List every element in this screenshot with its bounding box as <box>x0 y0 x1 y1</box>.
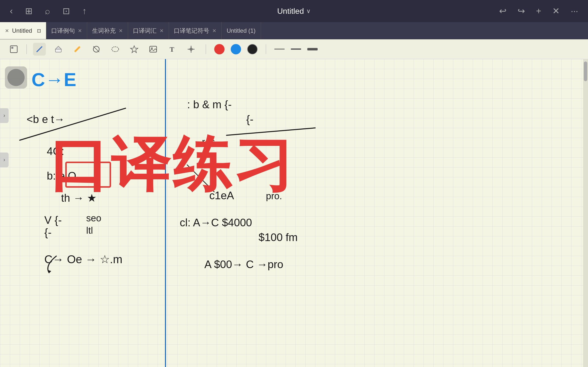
svg-point-13 <box>151 47 153 49</box>
tab-label: Untitled <box>12 27 32 34</box>
separator-3 <box>266 44 266 54</box>
tab-interpretation-vocab[interactable]: 口译词汇 ✕ <box>128 22 169 39</box>
svg-rect-4 <box>55 49 61 52</box>
color-black[interactable] <box>247 44 258 54</box>
line-thickness-thick[interactable] <box>307 48 318 50</box>
tab-label: 口译词汇 <box>133 27 157 35</box>
tab-label: 口译例句 <box>51 27 75 35</box>
svg-text:$100 fm: $100 fm <box>259 231 298 243</box>
tab-notes-symbols[interactable]: 口译笔记符号 ✕ <box>169 22 222 39</box>
svg-text:ltl: ltl <box>86 225 93 236</box>
canvas-area[interactable]: › › 口译练习 C→E <b e t→ 4G: b: e O th → ★ V… <box>0 59 588 367</box>
tab-oral-example[interactable]: 口译例句 ✕ <box>46 22 87 39</box>
tab-vocab[interactable]: 生词补充 ✕ <box>87 22 128 39</box>
tab-label: Untitled (1) <box>227 27 255 34</box>
share-button[interactable]: ↑ <box>82 6 87 16</box>
line-thickness-thin[interactable] <box>274 49 285 49</box>
svg-text:C→E: C→E <box>32 69 76 90</box>
svg-point-10 <box>112 47 119 52</box>
tab-label: 口译笔记符号 <box>174 27 209 35</box>
tab-label: 生词补充 <box>92 27 116 35</box>
star-tool[interactable] <box>128 43 141 56</box>
svg-text:C→    Oe → ☆.m: C→ Oe → ☆.m <box>44 253 122 266</box>
svg-text:<b  e  t→: <b e t→ <box>27 113 65 125</box>
svg-line-2 <box>37 47 42 52</box>
svg-rect-1 <box>11 47 13 49</box>
avatar <box>7 69 25 86</box>
title-chevron: ∨ <box>306 8 311 15</box>
drawing-toolbar: T <box>0 39 588 59</box>
back-button[interactable]: ‹ <box>10 6 13 16</box>
nav-right-group: ↩ ↪ + ✕ ··· <box>499 6 578 16</box>
undo-button[interactable]: ↩ <box>499 6 506 16</box>
nav-left-group: ‹ ⊞ ⌕ ⊡ ↑ <box>10 6 87 16</box>
left-sidebar: › › <box>0 59 25 367</box>
add-page-button[interactable]: + <box>536 6 541 16</box>
laser-tool[interactable] <box>185 43 197 56</box>
search-button[interactable]: ⌕ <box>45 6 50 16</box>
image-tool[interactable] <box>147 43 160 56</box>
tab-close-icon[interactable]: ✕ <box>119 28 123 34</box>
selection-tool[interactable] <box>7 43 20 56</box>
main-title: 口译练习 <box>49 125 295 205</box>
tab-untitled-1[interactable]: Untitled (1) <box>222 22 261 39</box>
pen-tool[interactable] <box>33 43 46 56</box>
svg-marker-11 <box>131 46 138 53</box>
sidebar-panel <box>5 66 27 89</box>
bookmark-button[interactable]: ⊡ <box>63 6 70 16</box>
tab-close-icon[interactable]: ✕ <box>160 28 164 34</box>
grid-view-button[interactable]: ⊞ <box>25 6 33 16</box>
top-navigation: ‹ ⊞ ⌕ ⊡ ↑ Untitled ∨ ↩ ↪ + ✕ ··· <box>0 0 588 22</box>
svg-marker-5 <box>55 46 61 49</box>
svg-text:A $00→ C →pro: A $00→ C →pro <box>204 258 283 270</box>
close-nav-button[interactable]: ✕ <box>552 6 560 16</box>
more-options-button[interactable]: ··· <box>571 6 578 16</box>
color-red[interactable] <box>214 44 225 54</box>
highlighter-tool[interactable] <box>71 43 84 56</box>
tab-bar: ✕ Untitled ⊡ 口译例句 ✕ 生词补充 ✕ 口译词汇 ✕ 口译笔记符号… <box>0 22 588 39</box>
document-title[interactable]: Untitled ∨ <box>277 7 311 16</box>
svg-text:T: T <box>170 46 174 53</box>
text-tool[interactable]: T <box>166 43 179 56</box>
line-thickness-medium[interactable] <box>291 48 301 50</box>
svg-text:seo: seo <box>86 213 101 223</box>
tab-options-icon[interactable]: ⊡ <box>37 28 41 34</box>
tab-close-icon[interactable]: ✕ <box>212 28 216 34</box>
tab-close-icon[interactable]: ✕ <box>5 28 9 34</box>
shapes-tool[interactable] <box>90 43 103 56</box>
title-text: Untitled <box>277 7 304 16</box>
svg-text:{-: {- <box>44 226 51 238</box>
separator-1 <box>26 44 27 54</box>
svg-text:{-: {- <box>246 113 253 125</box>
sidebar-toggle-2[interactable]: › <box>0 153 9 167</box>
handwritten-notes: C→E <b e t→ 4G: b: e O th → ★ V {- seo l… <box>0 59 588 367</box>
svg-text:cl:   A→C   $4000: cl: A→C $4000 <box>180 216 252 229</box>
svg-text::    b & m  {-: : b & m {- <box>187 98 232 110</box>
tab-close-icon[interactable]: ✕ <box>78 28 82 34</box>
color-blue[interactable] <box>231 44 241 54</box>
eraser-tool[interactable] <box>52 43 65 56</box>
lasso-tool[interactable] <box>109 43 122 56</box>
separator-2 <box>206 44 206 54</box>
sidebar-toggle-1[interactable]: › <box>0 108 9 123</box>
tab-untitled[interactable]: ✕ Untitled ⊡ <box>0 22 46 39</box>
svg-text:V  {-: V {- <box>44 214 62 226</box>
redo-button[interactable]: ↪ <box>518 6 525 16</box>
